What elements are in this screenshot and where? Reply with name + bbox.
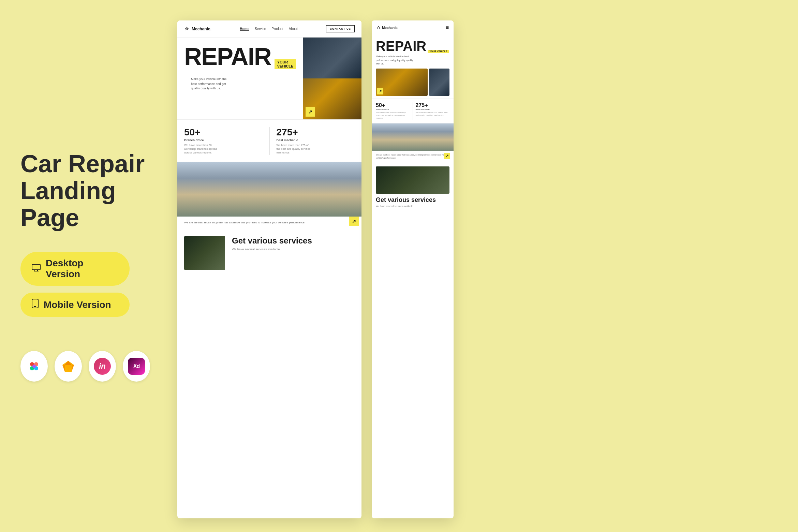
svg-rect-0 [32,264,40,270]
desktop-icon [31,263,41,275]
desktop-mockup: Mechanic. Home Service Product About CON… [177,20,361,518]
desktop-hero: REPAIR YOUR VEHICLE Make your vehicle in… [177,38,361,119]
desktop-hero-left: REPAIR YOUR VEHICLE Make your vehicle in… [177,38,303,119]
mobile-stats: 50+ Branch office We have more than 50 w… [372,99,454,123]
mobile-stat-num-mechanic: 275+ [416,102,450,108]
mobile-workshop-container: We are the best repair shop that has a s… [372,123,454,162]
stat-number-mechanic: 275+ [277,127,355,138]
mobile-services-subtitle: We have several services available [376,205,449,207]
desktop-nav-links: Home Service Product About [240,27,298,31]
gears-image: ↗ [303,78,361,119]
invision-icon: in [89,351,116,382]
services-text: Get various services We have several ser… [232,236,355,270]
main-title: Car Repair Landing Page [20,150,150,232]
stat-number-branch: 50+ [184,127,263,138]
tool-icons: in Xd [20,351,150,382]
your-vehicle-badge: YOUR VEHICLE [275,59,296,69]
mobile-stat-branch: 50+ Branch office We have more than 50 w… [376,102,410,120]
stat-divider [269,127,270,155]
hero-repair-text: REPAIR [184,44,271,69]
mobile-nav: Mechanic. ≡ [372,20,454,35]
sketch-icon [55,351,82,382]
mobile-services-title: Get various services [376,196,449,204]
desktop-stats: 50+ Branch office We have more than 50 w… [177,120,361,162]
mechanic-image [303,38,361,78]
workshop-img-inner [177,162,361,217]
svg-point-17 [378,27,379,28]
stat-label-mechanic: Best mechanic [277,138,355,142]
mobile-workshop-arrow[interactable]: ↗ [444,153,450,159]
workshop-image [177,162,361,217]
workshop-caption: We are the best repair shop that has a s… [177,217,361,229]
desktop-logo: Mechanic. [184,26,211,32]
workshop-arrow-button[interactable]: ↗ [349,217,359,226]
mobile-your-vehicle-badge: YOUR VEHICLE [428,50,449,53]
contact-us-button[interactable]: CONTACT US [326,25,355,32]
svg-point-16 [186,28,188,30]
mobile-workshop-caption: We are the best repair shop that has a s… [372,151,454,162]
mobile-hero-images: ↗ [376,69,449,96]
desktop-hero-right: ↗ [303,38,361,119]
stat-desc-mechanic: We have more than 275 of the best and qu… [277,143,311,155]
mobile-gears-image: ↗ [376,69,428,96]
hamburger-icon[interactable]: ≡ [446,25,449,31]
mobile-hero: REPAIR YOUR VEHICLE Make your vehicle in… [372,35,454,96]
mobile-mechanic-image [429,69,449,96]
mobile-workshop-image [372,123,454,151]
workshop-caption-container: We are the best repair shop that has a s… [177,217,361,229]
stat-branch: 50+ Branch office We have more than 50 w… [184,127,263,155]
mobile-stat-divider [413,102,413,120]
mobile-services-image [376,166,449,194]
figma-icon [20,351,48,382]
stat-mechanic: 275+ Best mechanic We have more than 275… [277,127,355,155]
mobile-hero-subtitle: Make your vehicle into the best performa… [376,55,417,66]
mobile-stat-label-branch: Branch office [376,108,410,110]
mobile-stat-desc-mechanic: We have more than 275 of the best and qu… [416,111,450,117]
services-subtitle: We have several services available [232,248,355,251]
stat-label-branch: Branch office [184,138,263,142]
mobile-version-button[interactable]: Mobile Version [20,293,130,317]
mobile-stat-mechanic: 275+ Best mechanic We have more than 275… [416,102,450,120]
desktop-version-button[interactable]: Desktop Version [20,252,130,286]
hero-arrow-button[interactable]: ↗ [306,107,315,117]
mobile-mockup: Mechanic. ≡ REPAIR YOUR VEHICLE Make you… [372,20,454,518]
mobile-icon [31,299,39,311]
services-title: Get various services [232,236,355,246]
mobile-stat-desc-branch: We have more than 50 workshop branches s… [376,111,410,120]
stat-desc-branch: We have more than 50 workshop branches s… [184,143,218,155]
desktop-nav: Mechanic. Home Service Product About CON… [177,20,361,38]
left-panel: Car Repair Landing Page Desktop Version … [0,0,171,532]
mobile-stat-num-branch: 50+ [376,102,410,108]
desktop-services: Get various services We have several ser… [177,229,361,277]
mobile-services: Get various services We have several ser… [372,162,454,212]
mobile-arrow-button[interactable]: ↗ [377,88,383,94]
mobile-repair-text: REPAIR [376,39,426,53]
svg-marker-14 [72,365,74,372]
svg-point-10 [32,365,36,368]
mobile-logo: Mechanic. [376,26,398,30]
xd-icon: Xd [123,351,150,382]
services-image [184,236,225,270]
hero-subtitle: Make your vehicle into the best performa… [184,72,239,97]
mobile-stat-label-mechanic: Best mechanic [416,108,450,110]
svg-marker-13 [62,365,65,372]
